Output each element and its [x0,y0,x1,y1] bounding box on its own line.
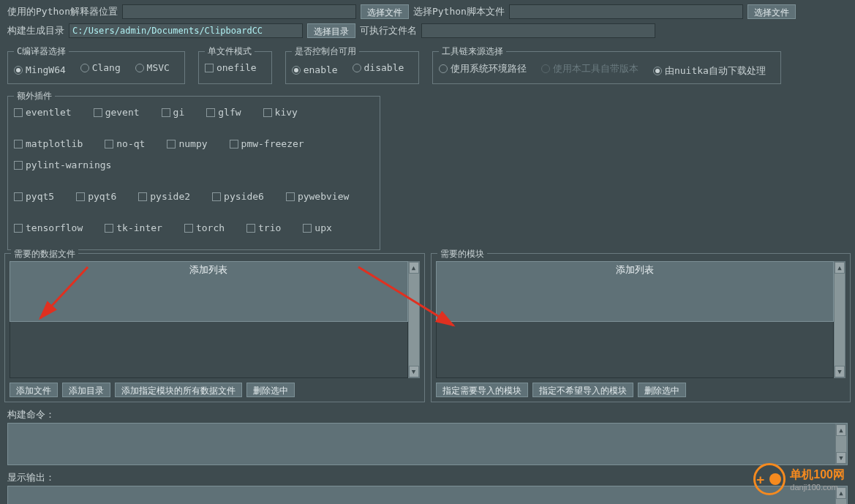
scroll-up-icon[interactable]: ▲ [409,262,419,274]
radio-builtin: 使用本工具自带版本 [541,62,639,75]
plugins-legend: 额外插件 [14,90,55,102]
check-pylint-warnings[interactable]: pylint-warnings [14,159,111,170]
python-script-label: 选择Python脚本文件 [413,5,505,18]
build-dir-input[interactable] [69,23,303,38]
output-textarea[interactable]: ▲ ▼ [7,486,848,504]
scroll-down-icon[interactable]: ▼ [409,366,419,377]
delete-selected-button-1[interactable]: 删除选中 [246,383,295,397]
build-cmd-textarea[interactable]: ▲ ▼ [7,423,848,465]
build-dir-label: 构建生成目录 [7,24,64,37]
check-pywebview[interactable]: pywebview [286,191,349,202]
check-matplotlib[interactable]: matplotlib [14,138,83,149]
check-pyside2[interactable]: pyside2 [138,191,190,202]
check-tensorflow[interactable]: tensorflow [14,222,83,233]
singlefile-fieldset: 单文件模式 onefile [198,45,272,84]
check-tk-inter[interactable]: tk-inter [105,222,162,233]
check-pyqt6[interactable]: pyqt6 [76,191,116,202]
check-pyqt5[interactable]: pyqt5 [14,191,54,202]
check-numpy[interactable]: numpy [167,138,207,149]
exe-name-input[interactable] [421,23,655,38]
datafiles-list[interactable] [10,322,408,379]
modules-header[interactable]: 添加列表 [436,261,835,322]
check-pyside6[interactable]: pyside6 [212,191,264,202]
add-file-button[interactable]: 添加文件 [10,383,58,397]
toolchain-legend: 工具链来源选择 [439,45,506,58]
modules-list[interactable] [436,322,835,379]
exe-name-label: 可执行文件名 [360,24,417,37]
radio-clang[interactable]: Clang [80,62,121,73]
delete-selected-button-2[interactable]: 删除选中 [638,383,686,397]
build-cmd-label: 构建命令： [7,408,848,421]
plugins-fieldset: 额外插件 eventletgeventgiglfwkivymatplotlibn… [7,90,380,250]
check-glfw[interactable]: glfw [206,107,241,118]
add-module-data-button[interactable]: 添加指定模块的所有数据文件 [115,383,242,397]
scroll-down-icon[interactable]: ▼ [836,452,846,464]
check-pmw-freezer[interactable]: pmw-freezer [230,138,304,149]
check-eventlet[interactable]: eventlet [14,107,72,118]
watermark-logo-icon: + [753,463,786,495]
datafiles-panel: 需要的数据文件 添加列表 ▲ ▼ 添加文件 添加目录 添加指定模块的所有数据文件… [4,253,425,402]
modules-legend: 需要的模块 [437,248,487,260]
add-dir-button[interactable]: 添加目录 [62,383,110,397]
watermark-url: danji100.com [790,483,845,492]
check-torch[interactable]: torch [184,222,225,233]
check-kivy[interactable]: kivy [263,107,298,118]
scroll-up-icon[interactable]: ▲ [836,424,846,436]
check-gevent[interactable]: gevent [94,107,140,118]
radio-enable[interactable]: enable [292,64,338,75]
console-fieldset: 是否控制台可用 enable disable [285,45,420,84]
datafiles-header[interactable]: 添加列表 [10,261,408,322]
radio-syspath[interactable]: 使用系统环境路径 [439,62,527,75]
radio-disable[interactable]: disable [353,62,404,73]
toolchain-fieldset: 工具链来源选择 使用系统环境路径 使用本工具自带版本 由nuitka自动下载处理 [432,45,781,84]
watermark-title: 单机100网 [790,467,845,483]
compiler-fieldset: C编译器选择 MingW64 Clang MSVC [7,45,185,84]
python-interp-label: 使用的Python解释器位置 [7,5,118,18]
python-interp-input[interactable] [122,4,356,19]
datafiles-legend: 需要的数据文件 [11,248,78,260]
select-file-button-2[interactable]: 选择文件 [747,4,796,19]
select-file-button-1[interactable]: 选择文件 [361,4,409,19]
radio-mingw64[interactable]: MingW64 [14,64,66,75]
scroll-down-icon[interactable]: ▼ [835,366,845,377]
datafiles-scrollbar[interactable]: ▲ ▼ [408,261,420,378]
watermark: + 单机100网 danji100.com [753,463,845,495]
not-import-button[interactable]: 指定不希望导入的模块 [532,383,633,397]
console-legend: 是否控制台可用 [292,45,359,58]
modules-panel: 需要的模块 添加列表 ▲ ▼ 指定需要导入的模块 指定不希望导入的模块 删除选中 [431,253,851,402]
python-script-input[interactable] [509,4,743,19]
check-no-qt[interactable]: no-qt [105,138,145,149]
check-upx[interactable]: upx [303,222,331,233]
scroll-up-icon[interactable]: ▲ [835,262,845,274]
modules-scrollbar[interactable]: ▲ ▼ [834,261,845,378]
check-gi[interactable]: gi [162,107,185,118]
compiler-legend: C编译器选择 [14,45,69,58]
radio-nuitka-auto[interactable]: 由nuitka自动下载处理 [653,64,766,78]
singlefile-legend: 单文件模式 [205,45,255,58]
need-import-button[interactable]: 指定需要导入的模块 [436,383,528,397]
check-trio[interactable]: trio [246,222,281,233]
buildcmd-scrollbar[interactable]: ▲ ▼ [835,424,847,464]
output-label: 显示输出： [7,471,848,484]
radio-msvc[interactable]: MSVC [135,62,170,73]
check-onefile[interactable]: onefile [205,62,257,73]
select-dir-button[interactable]: 选择目录 [307,23,355,38]
